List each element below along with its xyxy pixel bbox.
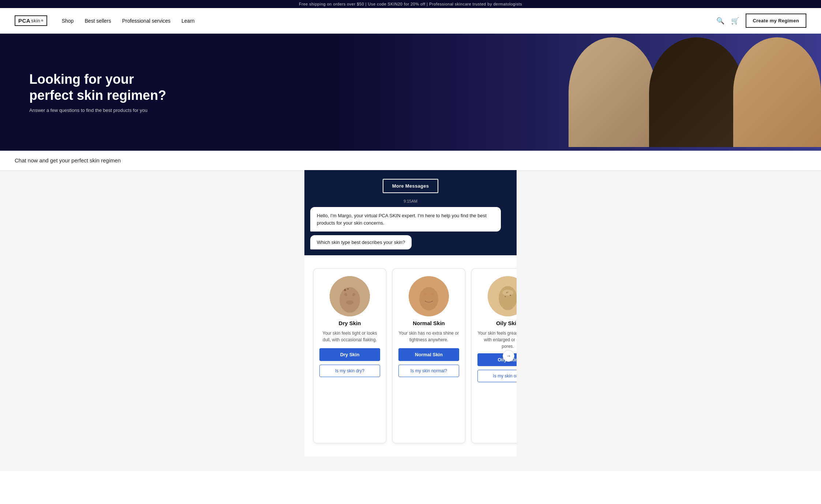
chat-header-bar: Chat now and get your perfect skin regim… [0,151,821,170]
skin-card-img-normal [409,276,449,316]
skin-card-desc-oily: Your skin feels greasy or shiny, with en… [477,330,517,350]
svg-point-11 [431,294,434,295]
greeting-message: Hello, I'm Margo, your virtual PCA SKIN … [310,207,501,232]
svg-point-17 [505,296,506,297]
cards-next-arrow[interactable]: → [503,350,514,362]
question-message: Which skin type best describes your skin… [310,235,511,249]
face-dry-visual [330,276,370,316]
navbar-left: PCA skin ® Shop Best sellers Professiona… [15,15,195,26]
svg-point-6 [347,288,349,290]
nav-link-shop[interactable]: Shop [62,18,74,24]
navbar: PCA skin ® Shop Best sellers Professiona… [0,8,821,34]
skin-card-desc-normal: Your skin has no extra shine or tightnes… [398,330,459,345]
question-dry-button[interactable]: Is my skin dry? [319,365,380,377]
question-normal-button[interactable]: Is my skin normal? [398,365,459,377]
cart-icon[interactable]: 🛒 [731,17,739,25]
svg-point-1 [340,287,360,313]
logo-skin-text: skin [31,18,40,23]
navbar-right: 🔍 🛒 Create my Regimen [716,14,806,28]
svg-point-4 [346,300,353,305]
skin-card-normal: Normal Skin Your skin has no extra shine… [392,268,465,443]
nav-item-learn[interactable]: Learn [181,18,195,24]
nav-link-best-sellers[interactable]: Best sellers [85,18,111,24]
hero-face-2 [649,37,744,147]
hero-subtext: Answer a few questions to find the best … [29,108,172,113]
skin-card-dry: Dry Skin Your skin feels tight or looks … [313,268,386,443]
skin-card-desc-dry: Your skin feels tight or looks dull, wit… [319,330,380,345]
skin-card-img-dry [330,276,370,316]
svg-point-5 [344,289,346,291]
logo-box: PCA skin ® [15,15,47,26]
chat-header-text: Chat now and get your perfect skin regim… [15,157,121,163]
nav-links: Shop Best sellers Professional services … [62,18,195,24]
select-normal-button[interactable]: Normal Skin [398,348,459,361]
skin-card-img-oily [488,276,517,316]
chat-widget: More Messages 9:15AM Hello, I'm Margo, y… [304,170,517,456]
hero-face-1 [569,37,656,147]
more-messages-button[interactable]: More Messages [383,179,439,193]
nav-item-professional-services[interactable]: Professional services [122,18,170,24]
hero-faces [569,34,821,151]
skin-card-name-dry: Dry Skin [339,320,361,326]
skin-card-name-oily: Oily Skin [496,320,517,326]
svg-point-13 [499,286,517,310]
nav-item-shop[interactable]: Shop [62,18,74,24]
hero-text-block: Looking for your perfect skin regimen? A… [0,71,201,113]
chat-timestamp: 9:15AM [304,199,517,203]
svg-point-3 [352,293,355,296]
select-dry-button[interactable]: Dry Skin [319,348,380,361]
hero-section: Looking for your perfect skin regimen? A… [0,34,821,151]
hero-face-3 [733,37,821,147]
chat-more-messages-area: More Messages [304,170,517,199]
question-oily-button[interactable]: Is my skin oily? [477,370,517,382]
nav-link-learn[interactable]: Learn [181,18,195,24]
svg-point-2 [344,293,347,296]
hero-heading: Looking for your perfect skin regimen? [29,71,172,103]
create-regimen-button[interactable]: Create my Regimen [746,14,806,28]
skin-card-name-normal: Normal Skin [413,320,445,326]
nav-item-best-sellers[interactable]: Best sellers [85,18,111,24]
ticker-bar: Free shipping on orders over $50 | Use c… [0,0,821,8]
svg-point-18 [502,290,513,296]
logo-pca-text: PCA [18,18,30,24]
skin-cards-section: Dry Skin Your skin feels tight or looks … [304,255,517,456]
chat-messages: Hello, I'm Margo, your virtual PCA SKIN … [304,207,517,255]
skin-cards-wrapper: Dry Skin Your skin feels tight or looks … [304,263,517,449]
logo[interactable]: PCA skin ® [15,15,47,26]
search-icon[interactable]: 🔍 [716,17,724,25]
svg-point-8 [419,287,438,311]
question-bubble: Which skin type best describes your skin… [310,235,412,249]
svg-point-10 [423,294,426,295]
nav-link-professional-services[interactable]: Professional services [122,18,170,24]
chat-section: Chat now and get your perfect skin regim… [0,151,821,471]
logo-trademark: ® [41,19,43,22]
